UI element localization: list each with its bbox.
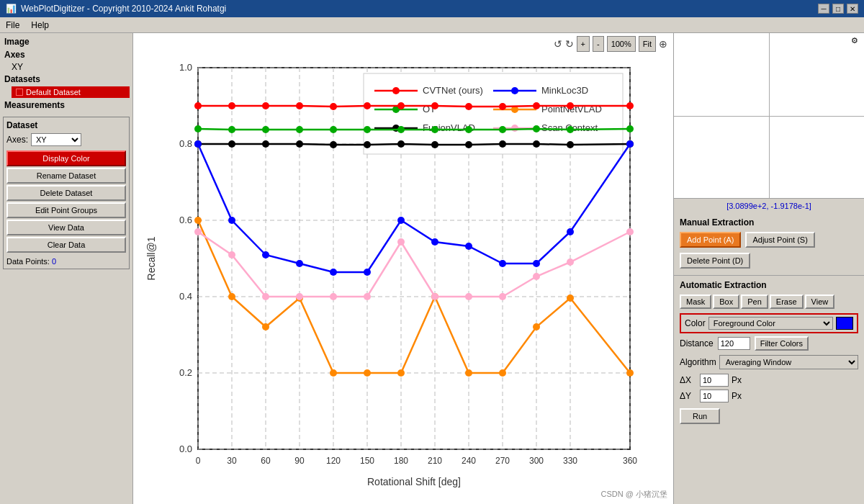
svg-text:1.0: 1.0 [179, 62, 192, 73]
svg-point-80 [431, 126, 438, 133]
svg-point-81 [465, 126, 472, 133]
algorithm-label: Algorithm [680, 357, 716, 367]
box-button[interactable]: Box [713, 294, 739, 309]
delta-x-label: ΔX [680, 375, 697, 385]
svg-point-99 [194, 140, 202, 148]
svg-point-101 [262, 251, 269, 258]
algorithm-select[interactable]: Averaging Window [719, 355, 858, 369]
chart-area[interactable]: ↺ ↻ + - 100% Fit ⊕ [133, 33, 673, 504]
svg-point-123 [567, 294, 574, 302]
svg-text:Rotational Shift [deg]: Rotational Shift [deg] [367, 476, 461, 487]
svg-point-109 [533, 260, 540, 267]
pen-button[interactable]: Pen [741, 294, 768, 309]
sidebar-datasets[interactable]: Datasets [3, 73, 130, 85]
delta-y-unit: Px [732, 391, 742, 401]
dataset-panel-title: Dataset [6, 120, 126, 130]
svg-text:330: 330 [563, 456, 577, 466]
adjust-point-button[interactable]: Adjust Point (S) [745, 232, 814, 248]
manual-btns: Add Point (A) Adjust Point (S) [680, 232, 858, 250]
delete-dataset-button[interactable]: Delete Dataset [6, 185, 126, 201]
data-points-label: Data Points: [6, 257, 50, 266]
svg-point-69 [499, 103, 506, 110]
add-point-button[interactable]: Add Point (A) [680, 232, 741, 248]
svg-point-71 [567, 102, 574, 109]
view-data-button[interactable]: View Data [6, 220, 126, 235]
manual-extraction-section: Manual Extraction Add Point (A) Adjust P… [674, 213, 864, 276]
menu-file[interactable]: File [6, 20, 19, 30]
minimize-button[interactable]: ─ [818, 4, 829, 14]
zoom-in-button[interactable]: + [577, 36, 590, 52]
coords-display: [3.0899e+2, -1.9178e-1] [674, 199, 864, 213]
svg-text:0.0: 0.0 [179, 444, 192, 454]
svg-point-96 [533, 140, 540, 148]
rotate-ccw-icon[interactable]: ↺ [554, 38, 562, 50]
zoom-level-button[interactable]: 100% [607, 36, 636, 52]
distance-input[interactable] [718, 337, 750, 350]
svg-point-134 [499, 293, 506, 300]
erase-button[interactable]: Erase [770, 294, 804, 309]
svg-point-64 [330, 103, 337, 110]
svg-point-73 [194, 125, 202, 132]
color-select[interactable]: Foreground Color [708, 317, 833, 330]
svg-text:CVTNet (ours): CVTNet (ours) [423, 85, 483, 96]
svg-point-125 [194, 228, 202, 235]
delta-y-input[interactable] [700, 390, 729, 402]
titlebar-controls[interactable]: ─ □ ✕ [818, 4, 858, 14]
delta-x-input[interactable] [700, 374, 729, 387]
svg-point-127 [262, 293, 269, 300]
maximize-button[interactable]: □ [832, 4, 844, 14]
close-button[interactable]: ✕ [847, 4, 858, 14]
rename-dataset-button[interactable]: Rename Dataset [6, 168, 126, 184]
svg-point-52 [511, 87, 518, 94]
svg-point-93 [431, 141, 438, 148]
sidebar-measurements[interactable]: Measurements [3, 99, 130, 111]
svg-point-65 [364, 102, 371, 109]
svg-text:360: 360 [623, 456, 637, 466]
crosshair-icon[interactable]: ⊕ [659, 38, 667, 50]
axes-label: Axes: [6, 135, 28, 145]
svg-point-94 [465, 141, 472, 148]
svg-point-83 [533, 125, 540, 132]
svg-point-132 [431, 293, 438, 300]
view-button[interactable]: View [805, 294, 835, 309]
rotate-cw-icon[interactable]: ↻ [565, 38, 574, 50]
display-color-button[interactable]: Display Color [6, 150, 126, 166]
svg-point-114 [262, 323, 269, 330]
svg-point-89 [296, 140, 303, 148]
svg-text:270: 270 [495, 456, 510, 466]
svg-text:180: 180 [394, 456, 408, 466]
svg-point-110 [567, 228, 574, 235]
fit-button[interactable]: Fit [639, 36, 656, 52]
zoom-out-button[interactable]: - [593, 36, 604, 52]
svg-text:300: 300 [529, 456, 544, 466]
svg-text:120: 120 [326, 456, 341, 466]
default-dataset-badge[interactable]: Default Dataset [12, 86, 130, 98]
svg-point-128 [296, 293, 303, 300]
clear-data-button[interactable]: Clear Data [6, 237, 126, 253]
run-button[interactable]: Run [680, 408, 720, 424]
svg-point-120 [465, 369, 472, 377]
edit-point-groups-button[interactable]: Edit Point Groups [6, 202, 126, 218]
svg-point-84 [567, 126, 574, 133]
mask-button[interactable]: Mask [680, 294, 711, 309]
filter-colors-button[interactable]: Filter Colors [755, 336, 809, 351]
svg-point-116 [330, 369, 337, 377]
svg-point-122 [533, 323, 540, 330]
delete-point-button[interactable]: Delete Point (D) [680, 253, 750, 269]
data-points-row: Data Points: 0 [6, 257, 126, 266]
svg-point-88 [262, 140, 269, 148]
axes-select[interactable]: XY [31, 133, 81, 146]
settings-icon[interactable]: ⚙ [851, 36, 861, 46]
svg-point-61 [228, 102, 235, 109]
svg-point-117 [364, 369, 371, 377]
svg-point-108 [499, 260, 506, 267]
sidebar-axes[interactable]: Axes [3, 49, 130, 60]
sidebar-axes-xy[interactable]: XY [3, 62, 130, 72]
svg-text:0.4: 0.4 [179, 291, 192, 302]
color-swatch[interactable] [836, 317, 853, 330]
svg-point-74 [228, 126, 235, 133]
default-dataset-label: Default Dataset [26, 88, 81, 96]
svg-point-43 [392, 87, 400, 94]
menu-help[interactable]: Help [31, 20, 49, 30]
sidebar-image[interactable]: Image [3, 36, 130, 48]
